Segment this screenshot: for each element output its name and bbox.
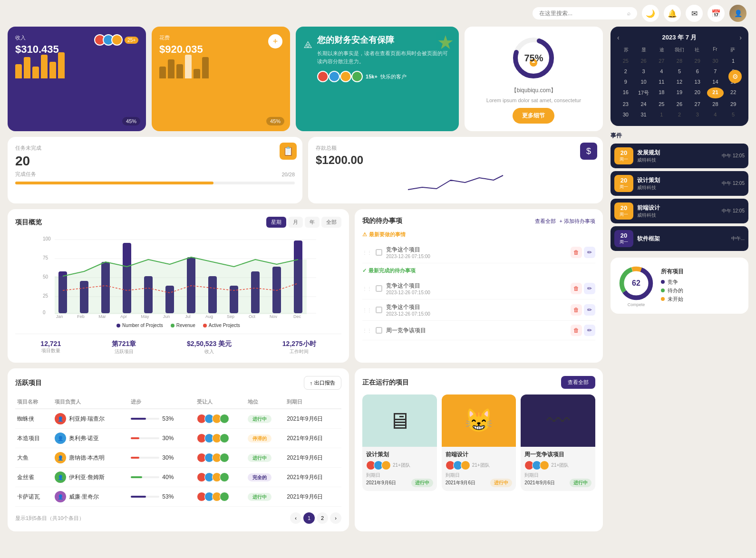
next-page[interactable]: › <box>330 512 341 524</box>
cal-day[interactable]: 29 <box>725 99 742 109</box>
cal-day[interactable]: 16 <box>617 87 634 98</box>
cal-day[interactable]: 3 <box>635 67 652 76</box>
cal-day[interactable]: 21 <box>707 87 724 98</box>
todo-checkbox-1[interactable] <box>376 249 382 256</box>
export-button[interactable]: ↑ 出口报告 <box>304 376 342 390</box>
page-1[interactable]: 1 <box>303 512 315 524</box>
cal-day[interactable]: 17号 <box>635 87 652 98</box>
bell-icon[interactable]: 🔔 <box>664 5 681 22</box>
svg-text:Oct: Oct <box>249 314 256 319</box>
add-todo[interactable]: + 添加待办事项 <box>560 218 595 225</box>
event-info: 设计策划 威特科技 <box>637 176 718 191</box>
edit-todo-4[interactable]: ✏ <box>584 325 595 336</box>
cal-day[interactable]: 2 <box>617 67 634 76</box>
cal-day[interactable]: 5 <box>671 67 688 76</box>
cal-day[interactable]: 4 <box>653 67 670 76</box>
cal-day[interactable]: 13 <box>689 77 706 87</box>
cal-day[interactable]: 12 <box>671 77 688 87</box>
cal-day[interactable]: 10 <box>635 77 652 87</box>
page-2[interactable]: 2 <box>317 512 328 524</box>
cal-day[interactable]: 1 <box>725 56 742 66</box>
todo-checkbox-2[interactable] <box>376 285 382 292</box>
cal-day[interactable]: 30 <box>617 110 634 119</box>
running-project-card[interactable]: 😸 前端设计 21+团队 到期日 2021年9月6日 进行中 <box>442 394 516 491</box>
running-project-card[interactable]: 🖥 设计策划 21+团队 到期日 2021年9月6日 进行中 <box>362 394 437 491</box>
prev-page[interactable]: ‹ <box>290 512 301 524</box>
search-input[interactable] <box>539 10 623 17</box>
next-month[interactable]: › <box>739 34 742 41</box>
todo-actions: 查看全部 + 添加待办事项 <box>535 218 595 225</box>
view-all-button[interactable]: 查看全部 <box>561 376 595 389</box>
cal-day[interactable]: 7 <box>707 67 724 76</box>
completed-label: 最新完成的待办事项 <box>368 267 416 274</box>
col-assignee[interactable]: 受让人 <box>195 395 246 409</box>
cal-day[interactable]: 25 <box>617 56 634 66</box>
drag-handle-1[interactable]: ⋮⋮ <box>362 250 372 255</box>
cal-day[interactable]: 22 <box>725 87 742 98</box>
cal-day[interactable]: 11 <box>653 77 670 87</box>
cal-day[interactable]: 4 <box>707 110 724 119</box>
progress-bar-inner <box>131 496 146 498</box>
search-box[interactable]: ⌕ <box>533 7 637 19</box>
delete-todo-2[interactable]: 🗑 <box>571 283 582 294</box>
cal-day[interactable]: 28 <box>707 99 724 109</box>
running-project-card[interactable]: 〰 周一竞争该项目 21+团队 到期日 2021年9月6日 进行中 <box>521 394 595 491</box>
mail-icon[interactable]: ✉ <box>686 5 703 22</box>
delete-todo-1[interactable]: 🗑 <box>571 247 582 258</box>
cal-day[interactable]: 14 <box>707 77 724 87</box>
cal-day[interactable]: 26 <box>635 56 652 66</box>
cal-day[interactable]: 2 <box>671 110 688 119</box>
tab-month[interactable]: 月 <box>288 217 303 228</box>
middle-row: 项目概览 星期 月 年 全部 100 75 50 <box>8 209 603 363</box>
delete-todo-4[interactable]: 🗑 <box>571 325 582 336</box>
calendar-icon[interactable]: 📅 <box>708 5 725 22</box>
edit-todo-2[interactable]: ✏ <box>584 283 595 294</box>
cal-day[interactable]: 28 <box>671 56 688 66</box>
cal-day[interactable]: 24 <box>635 99 652 109</box>
view-all-todo[interactable]: 查看全部 <box>535 218 556 225</box>
assignee-av4 <box>220 472 229 482</box>
cal-day[interactable]: 9 <box>617 77 634 87</box>
cal-day[interactable]: 3 <box>689 110 706 119</box>
cal-day[interactable]: 5 <box>725 110 742 119</box>
col-manager[interactable]: 项目负责人 <box>53 395 129 409</box>
cal-day[interactable]: 6 <box>689 67 706 76</box>
drag-handle-2[interactable]: ⋮⋮ <box>362 286 372 291</box>
cal-day[interactable]: 18 <box>653 87 670 98</box>
col-due[interactable]: 到期日 <box>285 395 341 409</box>
cal-settings[interactable]: ⚙ <box>728 70 742 83</box>
proj-av3 <box>381 461 391 470</box>
tab-year[interactable]: 年 <box>305 217 320 228</box>
tab-all[interactable]: 全部 <box>321 217 341 228</box>
cal-day[interactable]: 26 <box>671 99 688 109</box>
cal-day[interactable]: 23 <box>617 99 634 109</box>
cal-day[interactable]: 29 <box>689 56 706 66</box>
todo-checkbox-4[interactable] <box>376 327 382 334</box>
cal-day[interactable]: 20 <box>689 87 706 98</box>
cal-day[interactable]: 1 <box>653 110 670 119</box>
drag-handle-4[interactable]: ⋮⋮ <box>362 328 372 333</box>
edit-todo-3[interactable]: ✏ <box>584 304 595 316</box>
user-avatar[interactable]: 👤 <box>729 5 746 22</box>
cell-progress: 53% <box>129 409 195 429</box>
cal-day[interactable]: 25 <box>653 99 670 109</box>
stat-projects: 12,721 项目数量 <box>40 340 61 355</box>
cal-day[interactable]: 30 <box>707 56 724 66</box>
cell-status: 停滞的 <box>246 429 285 448</box>
moon-icon[interactable]: 🌙 <box>642 5 659 22</box>
edit-todo-1[interactable]: ✏ <box>584 247 595 258</box>
col-name[interactable]: 项目名称 <box>15 395 53 409</box>
cal-day[interactable]: 31 <box>635 110 652 119</box>
drag-handle-3[interactable]: ⋮⋮ <box>362 308 372 313</box>
todo-checkbox-3[interactable] <box>376 307 382 313</box>
delete-todo-3[interactable]: 🗑 <box>571 304 582 316</box>
col-progress[interactable]: 进步 <box>129 395 195 409</box>
add-expense-btn[interactable]: + <box>268 34 282 48</box>
col-status[interactable]: 地位 <box>246 395 285 409</box>
prev-month[interactable]: ‹ <box>617 34 620 41</box>
tab-week[interactable]: 星期 <box>266 217 286 228</box>
cal-day[interactable]: 27 <box>653 56 670 66</box>
cal-day[interactable]: 27 <box>689 99 706 109</box>
cal-day[interactable]: 19 <box>671 87 688 98</box>
detail-button[interactable]: 更多细节 <box>513 108 554 124</box>
